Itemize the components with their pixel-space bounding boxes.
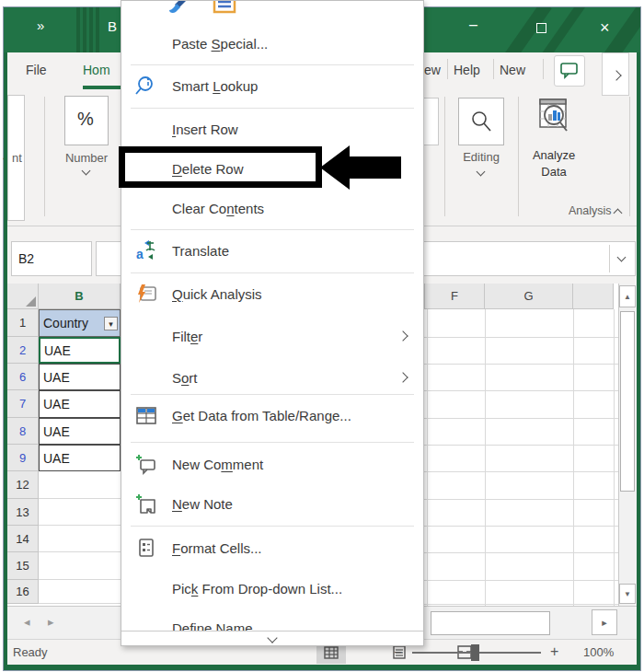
- tab-new[interactable]: New: [500, 63, 525, 77]
- row-header-16[interactable]: 16: [7, 580, 39, 604]
- sheet-nav-right-icon[interactable]: ▸: [48, 615, 54, 629]
- comment-bubble-icon: [560, 63, 579, 79]
- name-box-value: B2: [18, 251, 34, 266]
- select-all-triangle-icon: [26, 296, 36, 307]
- ribbon-overflow-button[interactable]: [602, 52, 629, 96]
- cell-b9[interactable]: UAE: [39, 445, 121, 471]
- analysis-group-label: Analysis: [569, 204, 612, 217]
- alignment-group-label-fragment: nt: [12, 151, 22, 165]
- cell-b2-value: UAE: [44, 343, 71, 358]
- editing-button[interactable]: [458, 98, 504, 145]
- cell-b16[interactable]: [39, 580, 121, 604]
- cell-b6-value: UAE: [43, 370, 70, 385]
- row-header-12[interactable]: 12: [7, 471, 39, 499]
- tab-help[interactable]: Help: [454, 63, 480, 77]
- maximize-button[interactable]: [536, 23, 546, 33]
- cell-b8[interactable]: UAE: [39, 418, 121, 445]
- zoom-slider-thumb[interactable]: [471, 644, 479, 661]
- cell-b1-country-header[interactable]: Country ▾: [39, 309, 121, 337]
- filter-dropdown-button[interactable]: ▾: [104, 317, 118, 330]
- select-all-corner[interactable]: [7, 284, 39, 309]
- number-group-label[interactable]: Number: [64, 151, 109, 165]
- menu-item-insert-row[interactable]: Insert Row: [121, 115, 423, 143]
- row-header-15[interactable]: 15: [7, 552, 39, 580]
- menu-item-translate[interactable]: a Translate: [121, 237, 423, 264]
- sort-submenu-icon: [397, 372, 408, 382]
- menu-item-get-data-from-table[interactable]: Get Data from Table/Range...: [121, 401, 423, 429]
- column-header-g[interactable]: G: [485, 284, 573, 309]
- cell-b6[interactable]: UAE: [39, 364, 121, 390]
- workbook-title-fragment: B: [108, 18, 117, 34]
- scroll-right-button[interactable]: ▸: [592, 609, 617, 635]
- menu-item-paste-special[interactable]: Paste Special...: [121, 29, 423, 57]
- search-magnifier-icon: [469, 110, 493, 133]
- menu-item-filter[interactable]: Filter: [121, 322, 423, 350]
- menu-item-quick-analysis[interactable]: Quick Analysis: [121, 280, 423, 307]
- zoom-percentage[interactable]: 100%: [583, 645, 614, 659]
- cell-b7-value: UAE: [43, 397, 70, 411]
- cell-b14[interactable]: [39, 526, 121, 552]
- menu-scroll-down-icon: [267, 632, 277, 643]
- menu-scroll-down-strip[interactable]: [121, 631, 424, 646]
- tab-file[interactable]: File: [26, 63, 47, 77]
- menu-item-smart-lookup[interactable]: Smart Lookup: [121, 72, 423, 99]
- analyze-data-label-1: Analyze: [528, 148, 580, 162]
- cell-b8-value: UAE: [43, 424, 70, 439]
- cell-b2-selected[interactable]: UAE: [39, 337, 121, 364]
- horizontal-scrollbar-thumb[interactable]: [431, 611, 550, 635]
- row-header-13[interactable]: 13: [7, 499, 39, 526]
- quick-access-overflow-icon[interactable]: »: [37, 17, 44, 33]
- sheet-nav-left-icon[interactable]: ◂: [24, 615, 30, 629]
- editing-group-label[interactable]: Editing: [454, 150, 508, 164]
- normal-view-icon: [324, 646, 339, 659]
- format-cells-icon: [134, 536, 158, 560]
- filter-submenu-icon: [397, 330, 408, 341]
- menu-item-new-comment[interactable]: New Comment: [121, 450, 423, 478]
- row-header-6[interactable]: 6: [7, 364, 39, 390]
- menu-item-format-cells[interactable]: Format Cells...: [121, 534, 423, 562]
- window-edge-right: [637, 52, 640, 665]
- row-header-9[interactable]: 9: [7, 445, 39, 471]
- scroll-down-button[interactable]: ▼: [619, 584, 636, 604]
- tab-home[interactable]: Hom: [83, 63, 110, 77]
- tab-view-fragment[interactable]: ew: [424, 63, 441, 77]
- column-header-partial[interactable]: [573, 284, 614, 309]
- zoom-in-button[interactable]: +: [550, 643, 558, 660]
- cell-b1-value: Country: [43, 316, 88, 330]
- paste-keep-formatting-icon[interactable]: [213, 0, 236, 14]
- active-tab-indicator: [83, 86, 121, 89]
- menu-item-clear-contents[interactable]: Clear Contents: [121, 194, 423, 222]
- comments-button[interactable]: [554, 55, 585, 87]
- cell-b15[interactable]: [39, 552, 121, 580]
- window-edge-bottom: [4, 665, 640, 670]
- column-header-f[interactable]: F: [424, 284, 485, 309]
- row-header-7[interactable]: 7: [7, 390, 39, 418]
- cell-b7[interactable]: UAE: [39, 390, 121, 418]
- name-box[interactable]: B2: [11, 241, 92, 276]
- zoom-out-button[interactable]: −: [394, 644, 402, 661]
- new-note-icon: [134, 492, 158, 516]
- percent-style-button[interactable]: %: [64, 96, 109, 145]
- minimize-button[interactable]: –: [469, 17, 477, 33]
- percent-icon: %: [77, 109, 94, 130]
- new-comment-icon: [134, 452, 158, 476]
- paste-formatting-brush-icon[interactable]: [167, 0, 191, 14]
- cell-b13[interactable]: [39, 499, 121, 526]
- column-header-b[interactable]: B: [39, 284, 121, 309]
- menu-item-new-note[interactable]: New Note: [121, 490, 423, 517]
- menu-item-sort[interactable]: Sort: [121, 364, 423, 391]
- window-edge-left: [4, 52, 7, 665]
- row-header-8[interactable]: 8: [7, 418, 39, 445]
- vertical-scrollbar-thumb[interactable]: [620, 311, 635, 492]
- row-header-14[interactable]: 14: [7, 526, 39, 552]
- annotation-highlight-box: [119, 146, 322, 188]
- row-header-2[interactable]: 2: [7, 337, 39, 364]
- row-header-1[interactable]: 1: [7, 309, 39, 337]
- analyze-data-button[interactable]: [536, 98, 571, 142]
- analyze-data-label-2: Data: [528, 165, 580, 179]
- annotation-arrow-icon: [320, 144, 403, 191]
- cell-b12[interactable]: [39, 471, 121, 499]
- menu-item-pick-from-dropdown-list[interactable]: Pick From Drop-down List...: [121, 574, 423, 602]
- scroll-up-button[interactable]: ▲: [619, 285, 636, 307]
- close-button[interactable]: ×: [600, 18, 610, 38]
